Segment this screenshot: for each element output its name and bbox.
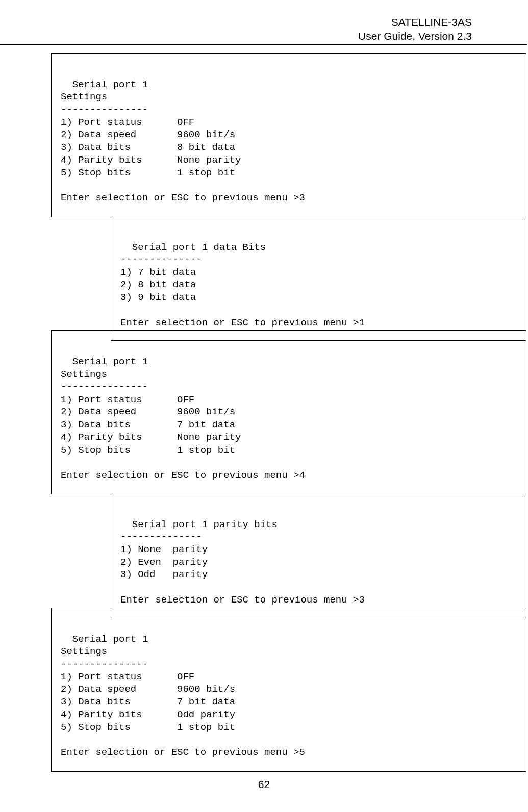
terminal-content-5: Serial port 1 Settings --------------- 1… [61, 634, 305, 758]
page-top-border [0, 44, 527, 45]
header-title: SATELLINE-3AS [358, 15, 472, 29]
terminal-content-4: Serial port 1 parity bits --------------… [120, 519, 365, 606]
page-number: 62 [0, 778, 528, 791]
terminal-box-5: Serial port 1 Settings --------------- 1… [51, 608, 526, 772]
terminal-content-1: Serial port 1 Settings --------------- 1… [61, 79, 305, 203]
terminal-box-1: Serial port 1 Settings --------------- 1… [51, 53, 526, 217]
terminal-content-2: Serial port 1 data Bits -------------- 1… [120, 242, 365, 328]
header-subtitle: User Guide, Version 2.3 [358, 29, 472, 43]
terminal-content-3: Serial port 1 Settings --------------- 1… [61, 356, 305, 481]
terminal-box-3: Serial port 1 Settings --------------- 1… [51, 330, 526, 494]
document-header: SATELLINE-3AS User Guide, Version 2.3 [358, 15, 472, 43]
terminal-box-4: Serial port 1 parity bits --------------… [111, 494, 526, 618]
terminal-box-2: Serial port 1 data Bits -------------- 1… [111, 217, 526, 341]
